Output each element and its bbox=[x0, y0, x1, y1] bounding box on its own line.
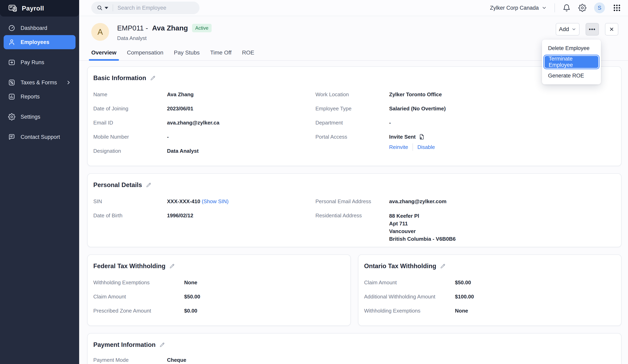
contact-support-icon bbox=[8, 133, 15, 141]
app-logo: Payroll bbox=[0, 0, 79, 16]
sidebar-item-label: Reports bbox=[21, 94, 40, 100]
personal-details-card: Personal Details SIN XXX-XXX-410 (Show S… bbox=[87, 173, 622, 247]
sidebar-item-employees[interactable]: Employees bbox=[4, 35, 76, 49]
tab-pay-stubs[interactable]: Pay Stubs bbox=[174, 50, 200, 60]
employee-designation: Data Analyst bbox=[117, 35, 212, 41]
field-label: Work Location bbox=[315, 91, 389, 98]
tab-roe[interactable]: ROE bbox=[242, 50, 254, 60]
menu-item-delete-employee[interactable]: Delete Employee bbox=[542, 42, 601, 55]
employee-titles: EMP011 - Ava Zhang Active Data Analyst bbox=[117, 23, 212, 41]
menu-item-terminate-employee[interactable]: Terminate Employee bbox=[544, 55, 599, 69]
dashboard-icon bbox=[8, 24, 15, 32]
sidebar-item-label: Pay Runs bbox=[21, 59, 44, 65]
card-title: Basic Information bbox=[93, 74, 146, 82]
search-input[interactable] bbox=[118, 5, 184, 11]
user-avatar[interactable]: S bbox=[594, 2, 605, 13]
field-value: Cheque bbox=[167, 357, 186, 364]
org-switcher[interactable]: Zylker Corp Canada bbox=[490, 5, 547, 11]
main-area: Zylker Corp Canada bbox=[79, 0, 628, 364]
apps-grid-icon[interactable] bbox=[613, 4, 621, 12]
basic-information-card: Basic Information NameAva Zhang Date of … bbox=[87, 66, 622, 166]
app-title: Payroll bbox=[22, 5, 44, 12]
more-actions-menu: Delete Employee Terminate Employee Gener… bbox=[542, 40, 601, 84]
field-value: 2023/06/01 bbox=[167, 105, 193, 112]
sidebar-item-contact-support[interactable]: Contact Support bbox=[4, 130, 76, 144]
field-label: Email ID bbox=[93, 119, 167, 126]
more-actions-button[interactable]: ••• bbox=[586, 23, 599, 36]
employee-avatar: A bbox=[91, 23, 109, 41]
close-button[interactable] bbox=[605, 23, 618, 36]
sidebar-item-label: Dashboard bbox=[21, 25, 47, 31]
edit-pencil-icon[interactable] bbox=[159, 342, 165, 348]
sidebar-item-taxes-forms[interactable]: Taxes & Forms bbox=[4, 75, 76, 90]
tab-overview[interactable]: Overview bbox=[91, 50, 117, 60]
card-title: Payment Information bbox=[93, 341, 156, 349]
field-label: Payment Mode bbox=[93, 357, 167, 364]
employee-header: A EMP011 - Ava Zhang Active Data Analyst… bbox=[79, 16, 628, 41]
basic-right-column: Work LocationZylker Toronto Office Emplo… bbox=[315, 91, 613, 162]
address-line: Apt 711 bbox=[389, 220, 456, 227]
field-label: Prescribed Zone Amount bbox=[93, 307, 184, 314]
sidebar-item-pay-runs[interactable]: Pay Runs bbox=[4, 55, 76, 69]
address-line: Vancouver bbox=[389, 227, 456, 235]
divider bbox=[412, 143, 413, 151]
employee-code: EMP011 - bbox=[117, 24, 148, 32]
field-label: Withholding Exemptions bbox=[93, 279, 184, 286]
sin-masked-value: XXX-XXX-410 bbox=[167, 198, 200, 204]
search-icon[interactable] bbox=[96, 5, 103, 11]
field-value: - bbox=[167, 133, 169, 140]
tab-time-off[interactable]: Time Off bbox=[210, 50, 232, 60]
field-value: - bbox=[389, 119, 391, 126]
ellipsis-icon: ••• bbox=[589, 26, 596, 32]
sidebar-item-settings[interactable]: Settings bbox=[4, 110, 76, 124]
topbar-right: Zylker Corp Canada bbox=[490, 2, 628, 13]
search-scope-caret-icon[interactable] bbox=[105, 7, 108, 9]
notifications-bell-icon[interactable] bbox=[562, 4, 571, 12]
address-line: 88 Keefer Pl bbox=[389, 212, 456, 220]
field-value: $50.00 bbox=[184, 293, 200, 300]
field-label: Designation bbox=[93, 147, 167, 154]
residential-address: 88 Keefer Pl Apt 711 Vancouver British C… bbox=[389, 212, 456, 243]
federal-tax-withholding-card: Federal Tax Withholding Withholding Exem… bbox=[87, 254, 351, 326]
address-line: British Columbia - V6B0B6 bbox=[389, 235, 456, 243]
employees-icon bbox=[8, 39, 15, 46]
field-value: Data Analyst bbox=[167, 147, 199, 154]
field-value: $50.00 bbox=[455, 279, 471, 286]
card-title: Personal Details bbox=[93, 182, 142, 189]
show-sin-link[interactable]: (Show SIN) bbox=[202, 198, 229, 204]
status-badge: Active bbox=[192, 24, 212, 32]
divider bbox=[554, 3, 555, 12]
field-label: Mobile Number bbox=[93, 133, 167, 140]
add-button[interactable]: Add bbox=[556, 23, 580, 36]
edit-pencil-icon[interactable] bbox=[146, 182, 152, 188]
menu-item-generate-roe[interactable]: Generate ROE bbox=[542, 69, 601, 82]
edit-pencil-icon[interactable] bbox=[169, 263, 175, 269]
disable-link[interactable]: Disable bbox=[417, 144, 435, 150]
field-value: $0.00 bbox=[184, 307, 197, 314]
edit-pencil-icon[interactable] bbox=[150, 75, 156, 81]
divider bbox=[113, 4, 113, 11]
sidebar-item-label: Contact Support bbox=[21, 134, 60, 140]
employee-avatar-initial: A bbox=[97, 27, 103, 37]
field-value: ava.zhang@zylker.ca bbox=[167, 119, 220, 126]
settings-gear-icon[interactable] bbox=[578, 4, 586, 12]
sidebar-item-reports[interactable]: Reports bbox=[4, 90, 76, 104]
field-label: Withholding Exemptions bbox=[364, 307, 455, 314]
edit-pencil-icon[interactable] bbox=[440, 263, 446, 269]
chevron-right-icon bbox=[66, 80, 71, 85]
field-label: Residential Address bbox=[315, 212, 389, 243]
reinvite-link[interactable]: Reinvite bbox=[389, 144, 408, 150]
reports-icon bbox=[8, 93, 15, 100]
field-label: Claim Amount bbox=[93, 293, 184, 300]
tab-compensation[interactable]: Compensation bbox=[127, 50, 163, 60]
pay-runs-icon bbox=[8, 59, 15, 66]
employee-name: Ava Zhang bbox=[152, 24, 188, 32]
field-label: Name bbox=[93, 91, 167, 98]
field-label: Additional Withholding Amount bbox=[364, 293, 455, 300]
field-label: Claim Amount bbox=[364, 279, 455, 286]
org-name: Zylker Corp Canada bbox=[490, 5, 539, 11]
sidebar-item-dashboard[interactable]: Dashboard bbox=[4, 21, 76, 35]
field-label: Personal Email Address bbox=[315, 198, 389, 205]
search-bar[interactable] bbox=[91, 1, 200, 14]
field-label: Employee Type bbox=[315, 105, 389, 112]
